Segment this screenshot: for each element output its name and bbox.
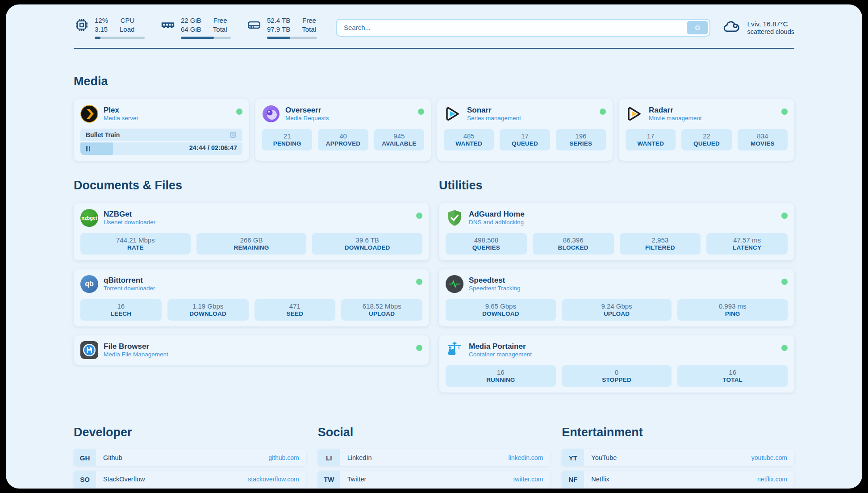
status-dot [416, 279, 422, 285]
disk-label-2: Total [302, 25, 316, 34]
app-title: Sonarr [467, 105, 521, 115]
weather-condition: scattered clouds [747, 28, 794, 35]
stat-approved: 40 APPROVED [318, 129, 368, 150]
app-card-qbittorrent[interactable]: qb qBittorrent Torrent downloader 16 [74, 269, 429, 326]
stat-download: 1.19 Gbps DOWNLOAD [167, 299, 249, 321]
ram-free-value: 22 GiB [181, 16, 201, 25]
app-card-speedtest[interactable]: Speedtest Speedtest Tracking 9.65 Gbps D… [439, 269, 794, 326]
bookmark-tag: GH [74, 449, 96, 466]
session-time: 24:44 / 02:06:47 [189, 144, 237, 151]
stat-upload: 9.24 Gbps UPLOAD [562, 299, 672, 321]
status-dot [781, 109, 788, 115]
session-icon[interactable] [229, 131, 237, 139]
app-title: Media Portainer [469, 342, 532, 351]
ram-label-1: Free [213, 16, 227, 25]
stat-latency: 47.57 ms LATENCY [706, 233, 788, 255]
stat-queued: 22 QUEUED [681, 129, 731, 150]
app-title: qBittorrent [104, 276, 155, 285]
stat-upload: 618.52 Mbps UPLOAD [341, 299, 422, 321]
bookmark-tag: YT [562, 449, 584, 466]
plex-now-playing: Bullet Train 24:44 / 02:06:4 [80, 129, 242, 155]
radarr-icon [626, 105, 643, 123]
bookmark-url: twitter.com [513, 476, 543, 483]
stat-queued: 17 QUEUED [500, 129, 550, 150]
bookmark-tag: NF [562, 471, 584, 488]
status-dot [781, 213, 788, 219]
app-card-sonarr[interactable]: Sonarr Series management 485 WANTED 17 Q… [437, 99, 613, 161]
speedtest-icon [446, 275, 463, 293]
app-subtitle: Container management [469, 351, 532, 359]
stat-wanted: 485 WANTED [444, 129, 494, 150]
app-card-radarr[interactable]: Radarr Movie management 17 WANTED 22 QUE… [619, 99, 794, 161]
plex-icon [80, 105, 98, 123]
cpu-label-2: Load [120, 25, 134, 34]
disk-total-value: 97.9 TB [267, 25, 290, 34]
bookmark-group-social: Social LI LinkedIn linkedin.com TW Twitt… [318, 426, 551, 489]
status-dot [781, 279, 788, 285]
bookmark-tag: SO [74, 471, 96, 488]
section-title-media: Media [74, 75, 794, 88]
search-engine-button[interactable]: G [687, 21, 708, 34]
stat-ping: 0.993 ms PING [677, 299, 788, 321]
bookmark-tag: LI [318, 449, 340, 466]
app-card-filebrowser[interactable]: File Browser Media File Management [74, 335, 429, 365]
stat-blocked: 86,396 BLOCKED [533, 233, 614, 255]
cpu-load-value: 3.15 [95, 25, 108, 34]
pause-icon[interactable] [86, 146, 90, 151]
stat-total: 16 TOTAL [677, 365, 788, 387]
status-dot [600, 109, 606, 115]
app-card-portainer[interactable]: Media Portainer Container management 16 … [439, 335, 794, 393]
stat-leech: 16 LEECH [80, 299, 162, 321]
disk-stat: 52.4 TB 97.9 TB Free Total [246, 16, 317, 39]
app-card-adguard[interactable]: AdGuard Home DNS and adblocking 498,508 … [439, 203, 794, 260]
cpu-progress-track [95, 37, 145, 39]
bookmark-youtube[interactable]: YT YouTube youtube.com [562, 449, 794, 466]
status-dot [416, 213, 422, 219]
app-title: File Browser [104, 342, 168, 351]
cpu-progress-fill [95, 37, 100, 39]
top-bar: 12% 3.15 CPU Load [74, 16, 794, 39]
status-dot [236, 109, 242, 115]
disk-progress-fill [267, 37, 290, 39]
app-title: NZBGet [104, 209, 155, 219]
session-title: Bullet Train [86, 131, 120, 138]
section-title-documents: Documents & Files [74, 179, 429, 192]
overseerr-icon [262, 105, 280, 123]
bookmark-name: YouTube [591, 454, 617, 461]
search-input[interactable] [336, 19, 710, 37]
disk-progress-track [267, 37, 317, 39]
bookmark-github[interactable]: GH Github github.com [74, 449, 306, 466]
stat-download: 9.65 Gbps DOWNLOAD [446, 299, 556, 321]
cpu-icon [74, 17, 90, 33]
bookmark-linkedin[interactable]: LI LinkedIn linkedin.com [318, 449, 551, 466]
stat-running: 16 RUNNING [446, 365, 556, 387]
ram-icon [160, 17, 176, 33]
app-card-overseerr[interactable]: Overseerr Media Requests 21 PENDING 40 A… [255, 99, 431, 161]
bookmark-stackoverflow[interactable]: SO StackOverflow stackoverflow.com [74, 471, 306, 488]
bookmark-group-entertainment: Entertainment YT YouTube youtube.com NF … [562, 426, 794, 489]
bookmark-twitter[interactable]: TW Twitter twitter.com [318, 471, 551, 488]
portainer-icon [446, 341, 463, 359]
search-container: G [336, 19, 710, 37]
nzbget-icon: nzbget [80, 209, 98, 227]
documents-column: Documents & Files nzbget NZBGet Usenet d… [74, 179, 429, 393]
status-dot [781, 345, 788, 351]
sonarr-icon [444, 105, 462, 123]
stat-remaining: 266 GB REMAINING [196, 233, 307, 255]
app-title: AdGuard Home [469, 209, 525, 219]
status-dot [418, 109, 424, 115]
bookmark-url: stackoverflow.com [248, 476, 299, 483]
stat-pending: 21 PENDING [262, 129, 312, 150]
bookmark-name: Twitter [347, 476, 367, 483]
bookmark-tag: TW [318, 471, 340, 488]
qbittorrent-icon: qb [80, 275, 98, 293]
cpu-percent: 12% [95, 16, 108, 25]
cpu-label-1: CPU [120, 16, 134, 25]
bookmark-netflix[interactable]: NF Netflix netflix.com [562, 471, 794, 488]
section-title-developer: Developer [74, 426, 306, 439]
bookmark-url: github.com [268, 454, 299, 461]
app-card-nzbget[interactable]: nzbget NZBGet Usenet downloader 744.21 M… [74, 203, 429, 260]
app-card-plex[interactable]: Plex Media server Bullet Train [74, 99, 249, 161]
dashboard-panel: 12% 3.15 CPU Load [6, 4, 862, 489]
app-subtitle: DNS and adblocking [469, 219, 525, 226]
